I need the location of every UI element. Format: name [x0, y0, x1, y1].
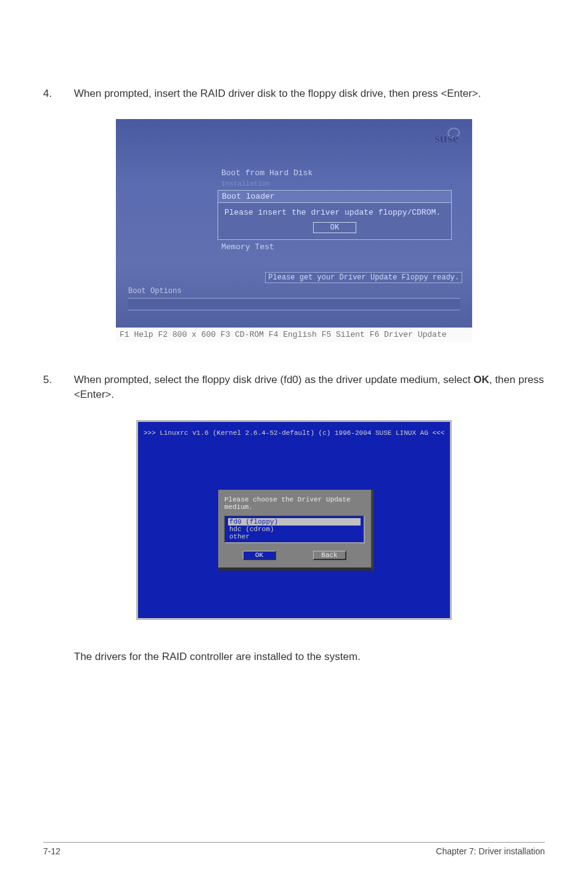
step-5: 5. When prompted, select the floppy disk… — [43, 373, 545, 403]
boot-loader-dialog: Boot loader Please insert the driver upd… — [218, 190, 452, 240]
driver-ready-box: Please get your Driver Update Floppy rea… — [265, 272, 462, 283]
driver-medium-list[interactable]: fd0 (floppy) hdc (cdrom) other — [224, 516, 365, 543]
back-button[interactable]: Back — [313, 551, 346, 560]
fkey-bar: F1 Help F2 800 x 600 F3 CD-ROM F4 Englis… — [116, 328, 472, 342]
figure-1-suse-boot: suse Boot from Hard Disk Installation Bo… — [116, 119, 472, 342]
step-4-number: 4. — [43, 86, 74, 102]
suse-logo: suse — [435, 130, 459, 146]
linuxrc-header: >>> Linuxrc v1.6 (Kernel 2.6.4-52-defaul… — [138, 422, 450, 437]
chapter-title: Chapter 7: Driver installation — [436, 846, 545, 856]
closing-text: The drivers for the RAID controller are … — [43, 651, 545, 663]
driver-medium-dialog: Please choose the Driver Update medium. … — [218, 490, 374, 571]
boot-options-input[interactable] — [128, 298, 460, 310]
boot-from-hard-disk: Boot from Hard Disk — [218, 167, 452, 179]
step-4: 4. When prompted, insert the RAID driver… — [43, 86, 545, 102]
option-fd0[interactable]: fd0 (floppy) — [228, 518, 361, 526]
figure-2-linuxrc: >>> Linuxrc v1.6 (Kernel 2.6.4-52-defaul… — [136, 420, 452, 620]
page-footer: 7-12 Chapter 7: Driver installation — [43, 842, 545, 856]
boot-loader-title: Boot loader — [218, 191, 451, 203]
driver-medium-prompt: Please choose the Driver Update medium. — [224, 496, 365, 511]
boot-loader-message: Please insert the driver update floppy/C… — [224, 208, 445, 217]
step-5-text: When prompted, select the floppy disk dr… — [74, 373, 545, 403]
installation-item: Installation — [218, 179, 452, 189]
ok-button[interactable]: OK — [313, 222, 356, 233]
page-number: 7-12 — [43, 846, 60, 856]
boot-options-label: Boot Options — [128, 287, 181, 295]
step-5-number: 5. — [43, 373, 74, 403]
option-hdc[interactable]: hdc (cdrom) — [228, 526, 361, 533]
ok-button[interactable]: OK — [243, 551, 276, 560]
option-other[interactable]: other — [228, 533, 361, 540]
step-4-text: When prompted, insert the RAID driver di… — [74, 86, 545, 102]
memory-test-item: Memory Test — [218, 240, 452, 254]
boot-menu: Boot from Hard Disk Installation Boot lo… — [218, 167, 452, 254]
